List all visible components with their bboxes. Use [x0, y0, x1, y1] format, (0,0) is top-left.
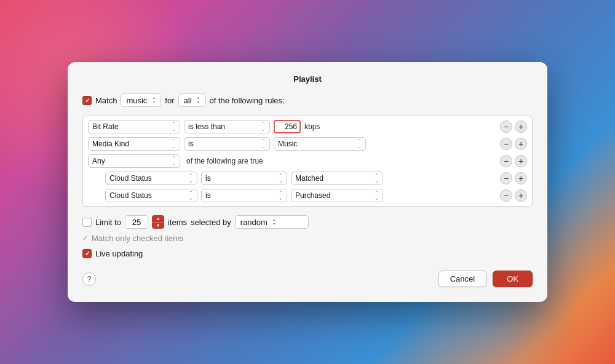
sub-rule-field-matched[interactable]: Cloud Status ⌃⌄	[105, 172, 197, 185]
limit-label: Limit to	[95, 218, 121, 227]
playlist-dialog: Playlist Match music for all of the foll	[68, 62, 547, 302]
sub-rule-add-remove-matched: − +	[500, 172, 527, 184]
rule-add-remove-bitrate: − +	[500, 121, 527, 133]
live-updating-label: Live updating	[95, 249, 143, 258]
dropdown-icon: ⌃⌄	[172, 138, 176, 149]
rule-add-remove-mediakind: − +	[500, 138, 527, 150]
match-type-select[interactable]: music	[121, 93, 161, 107]
dropdown-icon: ⌃⌄	[279, 190, 283, 201]
for-label: for	[165, 96, 174, 105]
of-following-label: of the following rules:	[210, 96, 285, 105]
limit-stepper[interactable]: ▲ ▼	[152, 215, 164, 229]
ok-button[interactable]: OK	[493, 271, 533, 287]
rule-field-mediakind[interactable]: Media Kind ⌃⌄	[88, 137, 180, 151]
limit-stepper-down-icon: ▼	[152, 223, 164, 229]
stepper-down-icon	[196, 100, 202, 105]
stepper-down-icon	[151, 100, 157, 105]
stepper-down-icon	[271, 222, 277, 226]
rules-container: Bit Rate ⌃⌄ is less than ⌃⌄ kbps − + M	[82, 116, 533, 207]
dialog-title: Playlist	[82, 74, 533, 84]
all-select[interactable]: all	[178, 93, 206, 107]
rule-row-mediakind: Media Kind ⌃⌄ is ⌃⌄ Music ⌃⌄ − +	[88, 137, 527, 151]
selected-by-select[interactable]: random	[235, 215, 309, 229]
limit-stepper-up-icon: ▲	[152, 215, 164, 223]
sub-rule-operator-purchased[interactable]: is ⌃⌄	[201, 189, 287, 202]
cancel-button[interactable]: Cancel	[438, 271, 486, 287]
remove-rule-any[interactable]: −	[500, 155, 512, 167]
match-checkbox[interactable]	[82, 96, 92, 105]
all-stepper	[196, 96, 202, 105]
rule-value-bitrate[interactable]	[274, 120, 301, 133]
rule-add-remove-any: − +	[500, 155, 527, 167]
add-rule-bitrate[interactable]: +	[515, 121, 527, 133]
match-type-stepper	[151, 96, 157, 105]
add-sub-rule-matched[interactable]: +	[515, 172, 527, 184]
dropdown-icon: ⌃⌄	[189, 190, 193, 201]
match-label: Match	[95, 96, 117, 105]
dropdown-icon: ⌃⌄	[172, 121, 176, 132]
limit-value-input[interactable]	[125, 215, 148, 229]
match-checked-label: Match only checked items	[92, 234, 184, 243]
sub-rule-value-purchased[interactable]: Purchased ⌃⌄	[291, 189, 383, 202]
remove-rule-mediakind[interactable]: −	[500, 138, 512, 150]
rule-row-anyof: Any ⌃⌄ of the following are true − +	[88, 154, 527, 168]
remove-sub-rule-matched[interactable]: −	[500, 172, 512, 184]
stepper-up-icon	[196, 96, 202, 100]
dropdown-icon: ⌃⌄	[189, 173, 193, 184]
rule-field-any[interactable]: Any ⌃⌄	[88, 154, 180, 168]
selected-by-stepper	[271, 218, 277, 226]
rule-value-mediakind[interactable]: Music ⌃⌄	[274, 137, 366, 151]
match-row: Match music for all of the following rul…	[82, 93, 533, 107]
dropdown-icon: ⌃⌄	[375, 190, 379, 201]
sub-rule-matched: Cloud Status ⌃⌄ is ⌃⌄ Matched ⌃⌄ − +	[88, 172, 527, 185]
add-rule-any[interactable]: +	[515, 155, 527, 167]
add-rule-mediakind[interactable]: +	[515, 138, 527, 150]
rule-row-bitrate: Bit Rate ⌃⌄ is less than ⌃⌄ kbps − +	[88, 120, 527, 133]
help-button[interactable]: ?	[82, 272, 96, 286]
match-checked-icon: ✓	[82, 234, 88, 242]
dropdown-icon: ⌃⌄	[357, 138, 362, 149]
match-checked-row: ✓ Match only checked items	[82, 234, 533, 243]
bottom-row: ? Cancel OK	[82, 271, 533, 287]
add-sub-rule-purchased[interactable]: +	[515, 189, 527, 202]
kbps-label: kbps	[304, 122, 320, 131]
selected-by-label: selected by	[191, 218, 231, 227]
dialog-overlay: Playlist Match music for all of the foll	[0, 0, 615, 364]
dialog-buttons: Cancel OK	[438, 271, 533, 287]
sub-rule-operator-matched[interactable]: is ⌃⌄	[201, 172, 287, 185]
remove-rule-bitrate[interactable]: −	[500, 121, 512, 133]
any-of-label: of the following are true	[184, 157, 263, 165]
rule-operator-mediakind[interactable]: is ⌃⌄	[184, 137, 270, 151]
dropdown-icon: ⌃⌄	[375, 173, 379, 184]
sub-rule-field-purchased[interactable]: Cloud Status ⌃⌄	[105, 189, 197, 202]
limit-row: Limit to ▲ ▼ items selected by random	[82, 215, 533, 229]
dropdown-icon: ⌃⌄	[261, 121, 266, 132]
live-updating-checkbox[interactable]	[82, 249, 92, 258]
sub-rule-value-matched[interactable]: Matched ⌃⌄	[291, 172, 383, 185]
stepper-up-icon	[151, 96, 157, 100]
dropdown-icon: ⌃⌄	[279, 173, 283, 184]
stepper-up-icon	[271, 218, 277, 222]
dropdown-icon: ⌃⌄	[261, 138, 266, 149]
dropdown-icon: ⌃⌄	[172, 156, 176, 167]
items-label: items	[168, 218, 187, 227]
rule-field-bitrate[interactable]: Bit Rate ⌃⌄	[88, 120, 180, 133]
limit-checkbox[interactable]	[82, 218, 92, 227]
live-updating-row: Live updating	[82, 249, 533, 258]
remove-sub-rule-purchased[interactable]: −	[500, 189, 512, 202]
sub-rule-purchased: Cloud Status ⌃⌄ is ⌃⌄ Purchased ⌃⌄ − +	[88, 189, 527, 202]
sub-rule-add-remove-purchased: − +	[500, 189, 527, 202]
rule-operator-bitrate[interactable]: is less than ⌃⌄	[184, 120, 270, 133]
